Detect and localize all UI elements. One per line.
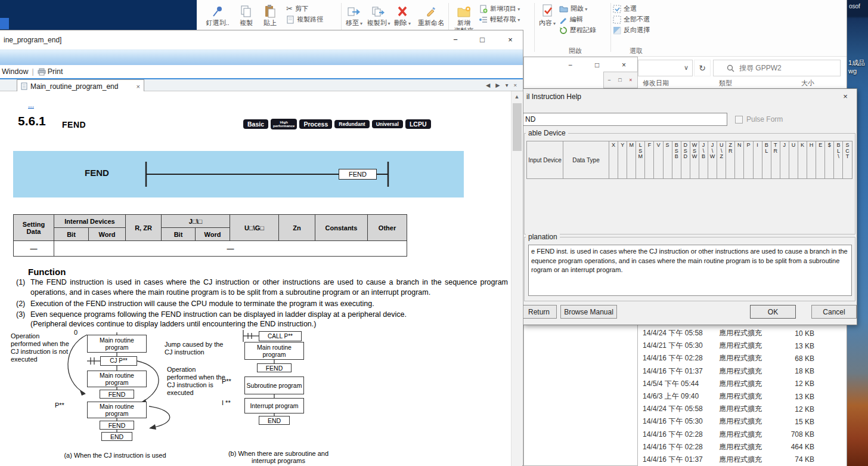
- menu-window[interactable]: Window: [2, 67, 28, 76]
- rename-icon: [415, 2, 447, 18]
- table-row[interactable]: 14/4/21 下午 05:30 應用程式擴充 13 KB: [638, 340, 847, 352]
- tab-menu-icon[interactable]: ▾: [506, 82, 509, 88]
- edit-button[interactable]: 編輯: [559, 14, 583, 24]
- column-header-date[interactable]: 修改日期: [643, 79, 719, 88]
- paste-button[interactable]: 貼上: [259, 2, 281, 27]
- search-input[interactable]: 搜尋 GPPW2: [713, 60, 841, 76]
- menu-print[interactable]: Print: [48, 67, 63, 76]
- background-window-title: osof: [849, 3, 860, 10]
- table-row[interactable]: 14/4/16 下午 02:28 應用程式擴充 464 KB: [638, 441, 847, 453]
- properties-button[interactable]: 內容: [537, 2, 558, 27]
- main-routine-box-3: Main routine program: [87, 402, 147, 418]
- file-type: 應用程式擴充: [719, 416, 774, 427]
- table-row[interactable]: 14/4/24 下午 05:58 應用程式擴充 10 KB: [638, 327, 847, 340]
- column-header-size[interactable]: 大小: [774, 79, 814, 88]
- table-row[interactable]: 14/4/24 下午 05:58 應用程式擴充 12 KB: [638, 403, 847, 415]
- tab-scroll-right-icon[interactable]: ▶: [495, 82, 500, 88]
- tab-bar-close-icon[interactable]: ×: [513, 82, 517, 88]
- ok-button[interactable]: OK: [750, 305, 796, 319]
- table-row[interactable]: 14/4/16 下午 01:37 應用程式擴充 18 KB: [638, 365, 847, 378]
- select-none-button[interactable]: 全部不選: [613, 14, 650, 24]
- copy-to-icon: [366, 2, 391, 18]
- move-to-button[interactable]: 移至: [343, 2, 365, 27]
- file-list-column-headers: 修改日期 類型 大小: [638, 78, 847, 89]
- minimize-button[interactable]: −: [557, 57, 584, 73]
- diagram-b-caption: (b) When there are subroutine and interr…: [222, 450, 335, 464]
- tab-close-icon[interactable]: ×: [137, 83, 140, 90]
- column-header-type[interactable]: 類型: [719, 79, 774, 88]
- invert-selection-button[interactable]: 反向選擇: [613, 25, 650, 35]
- copy-button[interactable]: 複製: [235, 2, 258, 27]
- pointer-label: P**: [222, 378, 231, 385]
- main-routine-box-2: Main routine program: [87, 371, 147, 387]
- file-size: 12 KB: [774, 405, 814, 413]
- instruction-input[interactable]: [522, 113, 727, 126]
- page-icon: [286, 16, 294, 24]
- chevron-down-icon[interactable]: ∨: [684, 64, 689, 72]
- return-button[interactable]: Return: [522, 305, 557, 319]
- rename-button[interactable]: 重新命名: [415, 2, 447, 27]
- file-date: 14/4/16 下午 01:37: [643, 366, 719, 376]
- pointer-label: P**: [55, 402, 64, 409]
- cut-button[interactable]: ✂ 剪下: [286, 4, 308, 14]
- diagram-a-caption: (a) When the CJ instruction is used: [44, 452, 187, 459]
- file-date: 14/4/16 下午 02:28: [643, 430, 719, 440]
- file-type: 應用程式擴充: [719, 341, 774, 351]
- device-column-header: I: [754, 141, 762, 179]
- scrollbar-thumb[interactable]: [513, 103, 522, 151]
- restore-icon[interactable]: □: [615, 72, 625, 88]
- new-item-button[interactable]: 新增項目: [479, 4, 520, 14]
- file-size: 13 KB: [774, 342, 814, 350]
- table-row[interactable]: 14/5/4 下午 05:44 應用程式擴充 12 KB: [638, 378, 847, 390]
- easy-access-button[interactable]: 輕鬆存取: [479, 14, 520, 24]
- table-row[interactable]: 14/4/16 下午 02:28 應用程式擴充 708 KB: [638, 428, 847, 441]
- edit-pencil-icon: [559, 16, 568, 24]
- maximize-button[interactable]: □: [584, 57, 610, 73]
- close-button[interactable]: ×: [504, 34, 517, 46]
- browse-manual-button[interactable]: Browse Manual: [560, 305, 617, 319]
- file-date: 14/4/16 下午 02:28: [643, 353, 719, 363]
- pin-to-quick-access-button[interactable]: 釘選到..: [202, 2, 234, 27]
- device-column-header: S: [664, 141, 672, 179]
- table-row[interactable]: 14/6/3 上午 09:40 應用程式擴充 13 KB: [638, 390, 847, 403]
- pulse-form-checkbox[interactable]: [735, 116, 743, 124]
- refresh-button[interactable]: ↻: [694, 60, 711, 76]
- paragraph-1: (1) The FEND instruction is used in case…: [16, 277, 508, 297]
- select-all-button[interactable]: 全選: [613, 4, 637, 14]
- dialog-close-button[interactable]: ×: [836, 91, 854, 103]
- close-button[interactable]: ×: [610, 57, 637, 73]
- printer-icon: [38, 68, 46, 76]
- close-icon[interactable]: ×: [625, 72, 636, 88]
- minimize-icon[interactable]: −: [604, 72, 615, 88]
- open-button[interactable]: 開啟: [559, 4, 587, 14]
- table-row[interactable]: 14/4/16 下午 01:37 應用程式擴充 74 KB: [638, 453, 847, 466]
- ladder-fend-box: FEND: [339, 169, 377, 180]
- device-column-header: P: [744, 141, 753, 179]
- history-button[interactable]: 歷程記錄: [559, 25, 596, 35]
- copy-to-button[interactable]: 複製到: [366, 2, 391, 27]
- delete-button[interactable]: 刪除: [391, 2, 414, 27]
- address-bar[interactable]: ∨: [638, 60, 693, 76]
- minimize-button[interactable]: −: [449, 34, 462, 46]
- file-type: 應用程式擴充: [719, 366, 774, 376]
- data-type-header: Data Type: [563, 141, 609, 179]
- file-date: 14/4/21 下午 05:30: [643, 341, 719, 351]
- usable-device-table: Input Device Data Type XYML S MFVSB S BD…: [526, 141, 852, 179]
- pin-icon: [202, 2, 234, 18]
- vertical-scrollbar[interactable]: ▲: [511, 91, 522, 466]
- table-row[interactable]: 14/4/16 下午 02:28 應用程式擴充 68 KB: [638, 352, 847, 365]
- usable-device-group: able Device Input Device Data Type XYML …: [524, 133, 855, 234]
- cancel-button[interactable]: Cancel: [811, 305, 857, 319]
- maximize-button[interactable]: □: [476, 34, 489, 46]
- top-ellipsis-link[interactable]: ...: [28, 101, 34, 109]
- explanation-line: e FEND inst. is used in cases where the …: [531, 247, 849, 257]
- table-row[interactable]: 14/4/16 下午 05:30 應用程式擴充 15 KB: [638, 415, 847, 428]
- tab-main-routine-program-end[interactable]: Main_routine_program_end ×: [17, 79, 144, 92]
- invert-selection-icon: [613, 26, 621, 35]
- tab-scroll-left-icon[interactable]: ◀: [486, 82, 490, 88]
- scroll-up-icon[interactable]: ▲: [512, 91, 522, 102]
- copy-path-button[interactable]: 複製路徑: [286, 14, 323, 24]
- device-column-header: $: [825, 141, 834, 179]
- device-column-header: B L: [762, 141, 771, 179]
- desktop-icon-label[interactable]: 1成品 wg: [848, 58, 865, 75]
